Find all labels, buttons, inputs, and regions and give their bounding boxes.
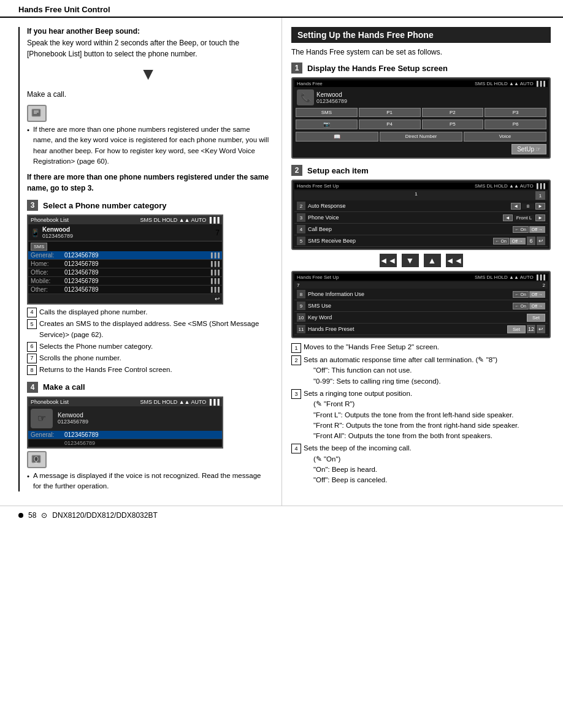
sr-label-10: Key Word: [308, 314, 332, 320]
section-title-bar: Setting Up the Hands Free Phone: [291, 27, 551, 43]
step1-header: 1 Display the Hands Free Setup screen: [291, 63, 551, 74]
make-call-text: Make a call.: [27, 89, 269, 100]
num-item-7: 7 Scrolls the phone number.: [27, 353, 269, 363]
nav-right-arrow[interactable]: ◄◄: [446, 254, 463, 267]
hf-icon-btn[interactable]: 📖: [296, 132, 378, 142]
hf-setup-btn[interactable]: SetUp ☞: [511, 144, 546, 154]
desc-sub-4c: "Off": Beep is canceled.: [304, 475, 412, 485]
hf-screen-title: Hands Free: [297, 81, 323, 86]
ctrl-right-2[interactable]: ►: [535, 203, 545, 210]
phonebook-screen: Phonebook List SMS DL HOLD ▲▲ AUTO ▐▐▐ 📱…: [27, 214, 223, 305]
call-beep-on[interactable]: ← On: [513, 226, 529, 233]
step1-label: Display the Hands Free Setup screen: [307, 64, 448, 73]
ctrl-left-2[interactable]: ◄: [511, 203, 521, 210]
desc-item-1: 1 Moves to the "Hands Free Setup 2" scre…: [291, 342, 551, 353]
phone-icon: [27, 105, 47, 122]
hf-phone-icon: 📞: [297, 89, 314, 105]
svg-rect-0: [32, 109, 40, 116]
setup-page-row-1: 1 1: [294, 191, 548, 200]
ph-info-off[interactable]: Off →: [529, 291, 545, 298]
ctrl-right-3[interactable]: ►: [535, 214, 545, 221]
pb2-top-bar: Phonebook List SMS DL HOLD ▲▲ AUTO ▐▐▐: [28, 398, 222, 406]
hf-p3-btn[interactable]: P3: [484, 108, 546, 117]
setup-title-2: Hands Free Set Up: [297, 275, 339, 280]
sms-beep-on[interactable]: ← On: [493, 238, 509, 245]
num-text-7: Scrolls the phone number.: [39, 353, 121, 363]
svg-point-5: [34, 457, 38, 461]
sms-button[interactable]: SMS: [31, 241, 222, 250]
hf-p1-btn[interactable]: P1: [359, 108, 421, 117]
hf-sms-btn[interactable]: SMS: [296, 108, 358, 117]
sr-return-5[interactable]: ↩: [537, 237, 545, 245]
pb2-name: Kenwood: [58, 412, 88, 419]
sr-num-4: 4: [297, 225, 305, 233]
hf-preset-set[interactable]: Set: [507, 325, 526, 333]
desc-num-2: 2: [291, 355, 301, 365]
ph-info-on[interactable]: ← On: [513, 291, 529, 298]
bullet-item-1: If there are more than one phone numbers…: [27, 124, 269, 167]
pb2-row: General: 0123456789: [28, 431, 222, 439]
down-arrow-icon: ▼: [27, 64, 269, 84]
hf-p6-btn[interactable]: P6: [484, 119, 546, 129]
step3-label: Select a Phone number category: [43, 201, 167, 210]
num-item-6: 6 Selects the Phone number category.: [27, 341, 269, 352]
footer-dot: [18, 513, 23, 518]
setup-page-num-1: 1: [415, 191, 417, 200]
desc-sub-2a: "Off": This function can not use.: [304, 365, 497, 376]
sr-return-11[interactable]: ↩: [537, 325, 545, 333]
setup-status-1: SMS DL HOLD ▲▲ AUTO ▐▐▐: [475, 183, 545, 189]
sr-num-11: 11: [297, 325, 305, 333]
sr-ctrl-10[interactable]: Set: [527, 314, 545, 322]
setup-page-row-2: 7 2: [294, 282, 548, 289]
nav-left-arrow[interactable]: ◄◄: [380, 254, 397, 267]
sr-ctrl-9: ← On Off →: [513, 303, 545, 309]
hf-setup-row: SetUp ☞: [294, 143, 548, 156]
step2-header: 2 Setup each item: [291, 165, 551, 176]
model-name: DNX8120/DDX812/DDX8032BT: [52, 511, 157, 520]
hf-direct-btn[interactable]: Direct Number: [380, 132, 462, 142]
hf-btn-row1: SMS P1 P2 P3: [294, 107, 548, 118]
sms-use-on[interactable]: ← On: [513, 303, 529, 309]
setup-row-sms-use: 9 SMS Use ← On Off →: [294, 300, 548, 312]
desc-sub-3c: "Front R": Outputs the tone from the fro…: [304, 420, 519, 431]
beep-text: Speak the key word within 2 seconds afte…: [27, 37, 269, 59]
call-beep-off[interactable]: Off →: [529, 226, 545, 233]
hf-p4-btn[interactable]: P4: [359, 119, 421, 129]
pb-row-2: Office: 0123456789 ▐▐▐: [28, 268, 222, 277]
sms-beep-off[interactable]: Off →: [510, 238, 526, 245]
pb-row-0: General: 0123456789 ▐▐▐: [28, 251, 222, 260]
bullet-text-1: If there are more than one phone numbers…: [33, 124, 269, 167]
num-box-5: 5: [27, 319, 37, 329]
sr-label-11: Hands Free Preset: [308, 326, 354, 332]
hf-p2-btn[interactable]: P2: [422, 108, 484, 117]
hf-voice-btn[interactable]: Voice: [464, 132, 546, 142]
sr-num-3: 3: [297, 213, 305, 222]
desc-sub-2b: "0-99": Sets to calling ring time (secon…: [304, 376, 497, 387]
setup-topbar-1: Hands Free Set Up SMS DL HOLD ▲▲ AUTO ▐▐…: [294, 183, 548, 189]
desc-sub-3d: "Front All": Outputs the tone from the b…: [304, 431, 519, 441]
desc-num-1: 1: [291, 343, 301, 353]
page-footer: 58 ⊙ DNX8120/DDX812/DDX8032BT: [0, 506, 563, 525]
nav-up-arrow[interactable]: ▲: [424, 254, 441, 267]
description-list: 1 Moves to the "Hands Free Setup 2" scre…: [291, 342, 551, 485]
nav-arrows-row: ◄◄ ▼ ▲ ◄◄: [291, 254, 551, 267]
setup-status-2: SMS DL HOLD ▲▲ AUTO ▐▐▐: [475, 275, 545, 280]
step3-header: 3 Select a Phone number category: [27, 200, 269, 211]
nav-down-arrow[interactable]: ▼: [402, 254, 419, 267]
pb-top-bar: Phonebook List SMS DL HOLD ▲▲ AUTO ▐▐▐: [28, 216, 222, 224]
desc-sub-4a: (✎ "On"): [304, 454, 412, 464]
voice-icon: [27, 451, 47, 468]
sr-back-5[interactable]: 6: [527, 237, 535, 245]
hf-main-screen: Hands Free SMS DL HOLD ▲▲ AUTO ▐▐▐ 📞 Ken…: [291, 77, 551, 159]
setup-row-sms-beep: 5 SMS Receive Beep ← On Off → 6 ↩: [294, 235, 548, 247]
setup-row-phone-voice: 3 Phone Voice ◄ Front L ►: [294, 212, 548, 224]
sms-use-off[interactable]: Off →: [529, 303, 545, 309]
hf-number: 0123456789: [316, 98, 347, 104]
pb-row-4: Other: 0123456789 ▐▐▐: [28, 286, 222, 294]
hf-p5-btn[interactable]: P5: [422, 119, 484, 129]
ctrl-left-3[interactable]: ◄: [503, 214, 513, 221]
sr-label-4: Call Beep: [308, 226, 332, 232]
sr-ctrl-11: Set 12 ↩: [507, 325, 545, 333]
hf-cam-btn[interactable]: 📷: [296, 119, 358, 129]
step2-label: Setup each item: [307, 166, 369, 175]
